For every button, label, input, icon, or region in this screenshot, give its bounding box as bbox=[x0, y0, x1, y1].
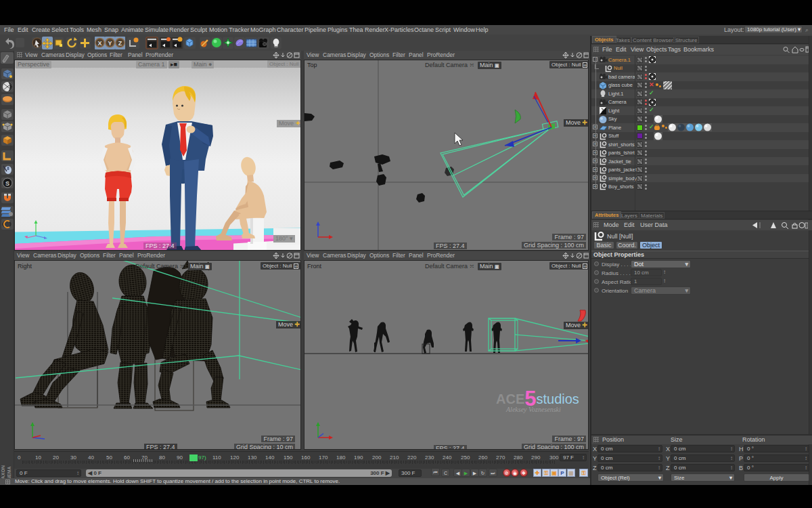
svg-text:Y: Y bbox=[108, 40, 112, 47]
svg-text:S: S bbox=[5, 180, 9, 187]
svg-text:X: X bbox=[97, 40, 102, 47]
svg-text:Z: Z bbox=[118, 40, 122, 47]
